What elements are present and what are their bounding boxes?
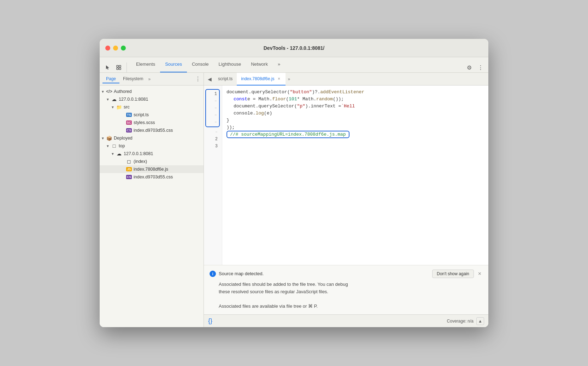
main-area: Page Filesystem » ⋮ ▼ </> Authored ▼: [100, 73, 488, 327]
coverage-label: Coverage: n/a: [447, 319, 474, 324]
tab-lighthouse[interactable]: Lighthouse: [214, 57, 246, 72]
tree-host-deployed[interactable]: ▼ ☁ 127.0.0.1:8081: [100, 150, 204, 158]
tree-css-deployed-label: index.d9703d55.css: [134, 175, 173, 179]
code-line-3: [227, 138, 488, 145]
cloud-icon-authored: ☁: [111, 96, 117, 102]
editor-tab-index-js-label: index.7808df6e.js: [241, 76, 274, 81]
dont-show-again-button[interactable]: Don't show again: [432, 270, 474, 278]
line-num-dash1: –: [206, 98, 219, 105]
line-nums-highlight-box: 1 – – – –: [205, 89, 220, 127]
code-content: document.querySelector("button")?.addEve…: [222, 85, 488, 265]
code-line-2: //# sourceMappingURL=index.7808df6e.js.m…: [227, 131, 488, 138]
code-line-dash1: const e = Math.floor(101 * Math.random()…: [227, 95, 488, 102]
line-num-dash5: –: [205, 129, 220, 136]
code-line-dash2: document.querySelector("p").innerText = …: [227, 102, 488, 110]
editor-tab-prev-icon[interactable]: ◀: [205, 75, 214, 83]
code-area: 1 – – – – – 2 3 document.querySelector("…: [204, 85, 488, 265]
folder-icon-src: 📁: [116, 104, 122, 110]
line-num-dash4: –: [206, 119, 219, 126]
notification-body-line2: these resolved source files as regular J…: [219, 288, 483, 296]
editor-tab-script-ts[interactable]: script.ts: [214, 73, 237, 85]
scss-file-icon: SC: [126, 120, 132, 125]
editor-tab-close-icon[interactable]: ×: [276, 76, 281, 81]
svg-rect-2: [117, 68, 118, 70]
tree-arrow-deployed: ▼: [101, 136, 106, 140]
notification-title-text: Source map detected.: [219, 271, 429, 276]
tree-index-js[interactable]: JS index.7808df6e.js: [100, 165, 204, 173]
devtools-tab-icons: [102, 63, 128, 72]
editor-tabbar: ◀ script.ts index.7808df6e.js × »: [204, 73, 488, 85]
tree-script-ts-label: script.ts: [134, 112, 149, 117]
devtools-tabbar: Elements Sources Console Lighthouse Netw…: [100, 57, 488, 73]
tree-arrow-host-deployed: ▼: [111, 152, 116, 156]
tree-host-authored-label: 127.0.0.1:8081: [119, 97, 148, 102]
settings-icon[interactable]: ⚙: [464, 63, 474, 72]
line-num-dash3: –: [206, 112, 219, 119]
tree-css-authored[interactable]: CS index.d9703d55.css: [100, 126, 204, 134]
cursor-icon[interactable]: [102, 63, 112, 72]
notification-area: i Source map detected. Don't show again …: [204, 265, 488, 314]
format-icon[interactable]: {}: [208, 317, 212, 325]
tree-arrow-host: ▼: [106, 98, 111, 101]
file-tree: ▼ </> Authored ▼ ☁ 127.0.0.1:8081 ▼ 📁 sr…: [100, 85, 204, 327]
tree-src-label: src: [124, 105, 130, 110]
tree-top-folder[interactable]: ▼ □ top: [100, 142, 204, 150]
panel-tabbar: Page Filesystem » ⋮: [100, 73, 204, 85]
tree-deployed-label: Deployed: [114, 136, 133, 141]
close-button[interactable]: [105, 46, 110, 51]
notification-body-line3: Associated files are available via file …: [219, 303, 483, 310]
editor-tab-index-js[interactable]: index.7808df6e.js ×: [237, 73, 286, 85]
tree-styles-scss[interactable]: SC styles.scss: [100, 119, 204, 126]
tree-host-deployed-label: 127.0.0.1:8081: [124, 151, 153, 156]
tree-authored[interactable]: ▼ </> Authored: [100, 88, 204, 95]
panel-tab-page[interactable]: Page: [102, 75, 119, 83]
bottom-bar: {} Coverage: n/a ▲: [204, 314, 488, 327]
css-file-icon-deployed: CS: [126, 174, 132, 180]
sourcemap-highlight-box: //# sourceMappingURL=index.7808df6e.js.m…: [227, 131, 349, 138]
tree-index-html-label: (index): [134, 159, 147, 164]
inspect-icon[interactable]: [114, 63, 124, 72]
line-num-1: 1: [206, 90, 219, 98]
tab-elements[interactable]: Elements: [131, 57, 160, 72]
top-folder-icon: □: [111, 143, 117, 149]
notification-body-line1: Associated files should be added to the …: [219, 281, 483, 288]
code-line-dash4: }: [227, 117, 488, 124]
css-file-icon-authored: CS: [126, 128, 132, 133]
box-icon: 📦: [106, 135, 112, 141]
editor-tab-script-ts-label: script.ts: [218, 76, 233, 81]
minimize-button[interactable]: [113, 46, 118, 51]
tree-deployed[interactable]: ▼ 📦 Deployed: [100, 134, 204, 142]
tab-network[interactable]: Network: [246, 57, 273, 72]
code-line-dash3: console.log(e): [227, 110, 488, 117]
tab-console[interactable]: Console: [187, 57, 214, 72]
window-controls: [105, 46, 126, 51]
line-numbers: 1 – – – – – 2 3: [204, 85, 222, 265]
editor-tab-more-icon[interactable]: »: [286, 77, 292, 82]
devtools-tab-actions: ⚙ ⋮: [464, 63, 486, 72]
authored-icon: </>: [106, 89, 112, 94]
tab-sources[interactable]: Sources: [160, 57, 187, 72]
tab-more[interactable]: »: [273, 57, 285, 72]
tree-css-authored-label: index.d9703d55.css: [134, 128, 173, 133]
tree-index-js-label: index.7808df6e.js: [134, 167, 168, 172]
tree-index-html[interactable]: ◻ (index): [100, 158, 204, 165]
tree-script-ts[interactable]: TS script.ts: [100, 111, 204, 119]
tree-src-folder[interactable]: ▼ 📁 src: [100, 103, 204, 111]
panel-menu-icon[interactable]: ⋮: [195, 76, 201, 82]
html-file-icon: ◻: [126, 159, 132, 164]
notification-close-icon[interactable]: ×: [477, 271, 483, 277]
panel-actions: ⋮: [195, 76, 201, 82]
panel-tab-filesystem[interactable]: Filesystem: [119, 75, 147, 83]
file-panel: Page Filesystem » ⋮ ▼ </> Authored ▼: [100, 73, 204, 327]
tree-css-deployed[interactable]: CS index.d9703d55.css: [100, 173, 204, 181]
tree-host-authored[interactable]: ▼ ☁ 127.0.0.1:8081: [100, 95, 204, 103]
scroll-to-top-icon[interactable]: ▲: [476, 317, 484, 325]
panel-tab-more[interactable]: »: [148, 77, 151, 82]
tab-divider: [127, 63, 127, 72]
maximize-button[interactable]: [121, 46, 126, 51]
ts-file-icon: TS: [126, 112, 132, 118]
more-options-icon[interactable]: ⋮: [476, 63, 486, 72]
tree-authored-label: Authored: [114, 89, 132, 94]
js-file-icon: JS: [126, 166, 132, 172]
code-line-dash5: ));: [227, 124, 488, 131]
